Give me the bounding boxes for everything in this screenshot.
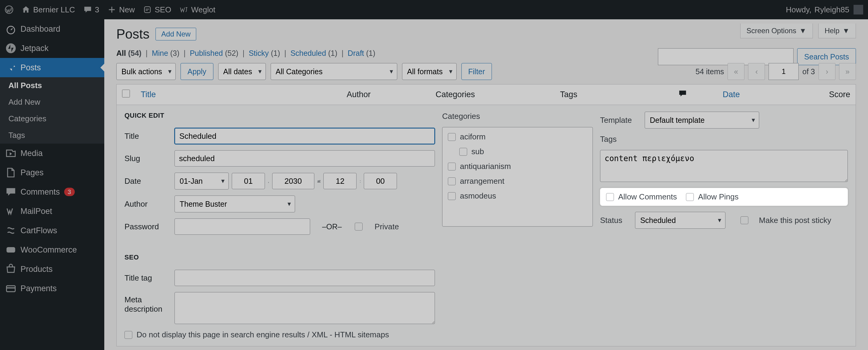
sidebar-subitem-tags[interactable]: Tags xyxy=(0,127,104,144)
qe-status-select[interactable]: Scheduled xyxy=(635,212,725,229)
site-name-link[interactable]: Bernier LLC xyxy=(22,5,75,14)
woo-icon xyxy=(5,244,16,255)
qe-minute-input[interactable] xyxy=(364,173,397,189)
qe-category-list[interactable]: aciform sub antiquarianism arrangement a… xyxy=(442,127,593,227)
qe-author-select[interactable]: Theme Buster xyxy=(175,196,295,212)
howdy-account[interactable]: Howdy, Ryleigh85 xyxy=(786,5,849,14)
col-date[interactable]: Date xyxy=(717,85,824,105)
sidebar-item-media[interactable]: Media xyxy=(0,144,104,163)
allow-comments-checkbox[interactable] xyxy=(606,193,614,201)
weglot-icon xyxy=(180,5,188,14)
search-posts-button[interactable]: Search Posts xyxy=(797,48,856,65)
bulk-actions-select[interactable]: Bulk actions xyxy=(116,63,176,80)
chevron-down-icon: ▼ xyxy=(842,27,849,35)
sidebar-item-posts[interactable]: Posts xyxy=(0,58,104,77)
screen-options-tab[interactable]: Screen Options ▼ xyxy=(740,24,813,38)
page-title: Posts xyxy=(116,27,150,41)
first-page-button[interactable]: « xyxy=(727,63,744,80)
sidebar-item-dashboard[interactable]: Dashboard xyxy=(0,19,104,39)
filter-published[interactable]: Published (52) xyxy=(190,49,239,57)
sidebar-item-payments[interactable]: Payments xyxy=(0,279,104,298)
svg-rect-2 xyxy=(146,9,149,9)
svg-rect-6 xyxy=(7,247,16,253)
last-page-button[interactable]: » xyxy=(839,63,856,80)
qe-month-select[interactable]: 01-Jan xyxy=(175,173,229,189)
sidebar-item-jetpack[interactable]: Jetpack xyxy=(0,39,104,58)
prev-page-button[interactable]: ‹ xyxy=(748,63,765,80)
adminbar-new[interactable]: New xyxy=(107,5,135,14)
sidebar-item-woocommerce[interactable]: WooCommerce xyxy=(0,240,104,260)
sidebar-subitem-all-posts[interactable]: All Posts xyxy=(0,77,104,94)
qe-cat-item: arrangement xyxy=(448,176,587,186)
filter-button[interactable]: Filter xyxy=(461,63,492,80)
select-all-checkbox[interactable] xyxy=(122,90,130,97)
filter-sticky[interactable]: Sticky (1) xyxy=(249,49,280,57)
add-new-button[interactable]: Add New xyxy=(156,28,196,40)
qe-sticky-checkbox[interactable] xyxy=(741,216,748,224)
col-author: Author xyxy=(341,85,430,105)
date-filter-select[interactable]: All dates xyxy=(218,63,266,80)
qe-slug-input[interactable] xyxy=(175,150,435,167)
sidebar-subitem-categories[interactable]: Categories xyxy=(0,111,104,127)
chevron-down-icon: ▼ xyxy=(799,27,807,35)
seo-icon xyxy=(143,5,152,14)
filter-mine[interactable]: Mine (3) xyxy=(152,49,180,57)
mailpoet-icon xyxy=(5,206,16,216)
qe-cat-item: sub xyxy=(459,147,587,156)
qe-private-checkbox[interactable] xyxy=(355,223,363,231)
items-count: 54 items xyxy=(695,67,724,76)
qe-noindex-checkbox[interactable] xyxy=(124,331,132,339)
site-name: Bernier LLC xyxy=(33,5,75,14)
sidebar-subitem-add-new[interactable]: Add New xyxy=(0,94,104,111)
current-page-input[interactable] xyxy=(769,63,799,80)
comments-icon xyxy=(5,186,16,197)
wp-logo[interactable] xyxy=(5,5,13,14)
col-title[interactable]: Title xyxy=(135,85,341,105)
col-comments[interactable] xyxy=(673,85,717,105)
qe-year-input[interactable] xyxy=(272,173,314,189)
qe-hour-input[interactable] xyxy=(323,173,356,189)
next-page-button[interactable]: › xyxy=(818,63,835,80)
sidebar-item-mailpoet[interactable]: MailPoet xyxy=(0,202,104,221)
qe-titletag-input[interactable] xyxy=(175,270,435,286)
qe-title-input[interactable] xyxy=(175,128,435,144)
qe-password-input[interactable] xyxy=(175,218,310,235)
avatar[interactable] xyxy=(854,5,863,14)
page-total: of 3 xyxy=(802,67,815,76)
sidebar-item-cartflows[interactable]: CartFlows xyxy=(0,221,104,240)
col-score: Score xyxy=(824,85,856,105)
comment-icon xyxy=(84,5,92,14)
apply-button[interactable]: Apply xyxy=(181,63,213,80)
plus-icon xyxy=(107,5,116,14)
filter-scheduled[interactable]: Scheduled (1) xyxy=(290,49,338,57)
content-area: Screen Options ▼ Help ▼ Posts Add New Se… xyxy=(104,19,868,350)
search-input[interactable] xyxy=(658,48,794,65)
qe-metadesc-textarea[interactable] xyxy=(175,292,435,324)
svg-rect-1 xyxy=(144,7,150,13)
quick-edit-legend: QUICK EDIT xyxy=(124,112,435,119)
qe-cat-item: aciform xyxy=(448,132,587,142)
adminbar-comments[interactable]: 3 xyxy=(84,5,99,14)
adminbar-seo[interactable]: SEO xyxy=(143,5,171,14)
home-icon xyxy=(22,5,30,14)
qe-day-input[interactable] xyxy=(232,173,265,189)
jetpack-icon xyxy=(5,43,16,54)
comment-ping-row: Allow Comments Allow Pings xyxy=(600,188,848,206)
cartflows-icon xyxy=(5,225,16,236)
dashboard-icon xyxy=(5,24,16,34)
admin-bar: Bernier LLC 3 New SEO Weglot Howdy, Ryle… xyxy=(0,0,868,19)
qe-tags-textarea[interactable] xyxy=(600,150,848,182)
qe-template-select[interactable]: Default template xyxy=(645,112,759,128)
adminbar-weglot[interactable]: Weglot xyxy=(180,5,215,14)
products-icon xyxy=(5,264,16,274)
sidebar-item-products[interactable]: Products xyxy=(0,260,104,279)
format-filter-select[interactable]: All formats xyxy=(402,63,457,80)
svg-point-5 xyxy=(6,43,16,53)
qe-categories-label: Categories xyxy=(442,112,593,121)
sidebar-item-pages[interactable]: Pages xyxy=(0,163,104,182)
allow-pings-checkbox[interactable] xyxy=(686,193,694,201)
sidebar-item-comments[interactable]: Comments3 xyxy=(0,182,104,202)
filter-draft[interactable]: Draft (1) xyxy=(348,49,375,57)
help-tab[interactable]: Help ▼ xyxy=(818,24,856,38)
category-filter-select[interactable]: All Categories xyxy=(271,63,397,80)
